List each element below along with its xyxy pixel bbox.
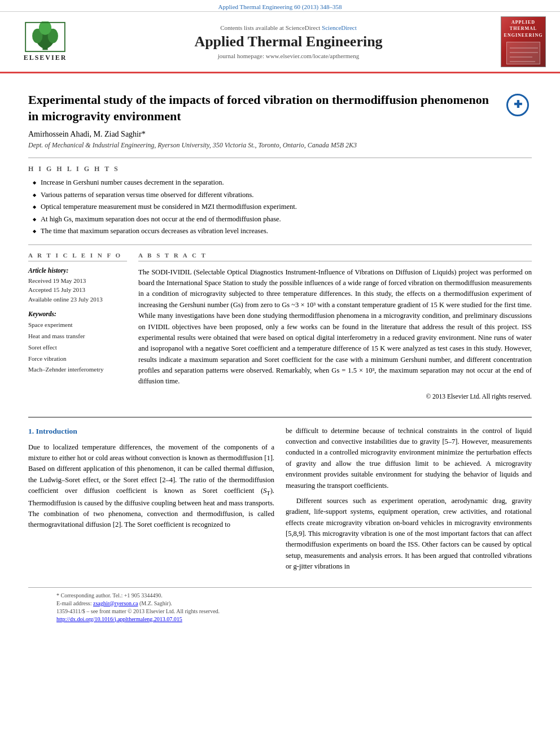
highlights-list: Increase in Gershuni number causes decre… bbox=[28, 178, 532, 237]
abstract-column: A B S T R A C T The SODI-IVIDIL (Selecta… bbox=[138, 252, 532, 405]
keyword-item: Soret effect bbox=[28, 342, 127, 353]
footnote-star: * Corresponding author. Tel.: +1 905 334… bbox=[56, 592, 504, 599]
journal-header-center: Contents lists available at ScienceDirec… bbox=[85, 24, 492, 59]
top-journal-ref: Applied Thermal Engineering 60 (2013) 34… bbox=[0, 0, 560, 12]
highlight-item: The time that maximum separation occurs … bbox=[34, 226, 532, 237]
copyright-line: © 2013 Elsevier Ltd. All rights reserved… bbox=[138, 392, 532, 402]
article-meta-area: A R T I C L E I N F O Article history: R… bbox=[28, 244, 532, 405]
divider-1 bbox=[28, 158, 532, 158]
paper-title-text: Experimental study of the impacts of for… bbox=[28, 92, 492, 124]
footer-area: * Corresponding author. Tel.: +1 905 334… bbox=[28, 587, 532, 625]
sciencedirect-line: Contents lists available at ScienceDirec… bbox=[85, 24, 492, 31]
affiliation-line: Dept. of Mechanical & Industrial Enginee… bbox=[28, 141, 532, 150]
abstract-para: The SODI-IVIDIL (Selectable Optical Diag… bbox=[138, 267, 532, 387]
sciencedirect-link[interactable]: ScienceDirect bbox=[322, 24, 357, 31]
paper-title-area: Experimental study of the impacts of for… bbox=[28, 92, 532, 124]
highlight-item: At high Gs, maximum separation does not … bbox=[34, 215, 532, 225]
keyword-item: Heat and mass transfer bbox=[28, 331, 127, 342]
intro-left-text: Due to localized temperature differences… bbox=[28, 442, 274, 531]
received-date: Received 19 May 2013 bbox=[28, 276, 127, 286]
online-date: Available online 23 July 2013 bbox=[28, 295, 127, 304]
body-left-col: 1. Introduction Due to localized tempera… bbox=[28, 426, 274, 577]
journal-homepage: journal homepage: www.elsevier.com/locat… bbox=[85, 53, 492, 59]
article-info-column: A R T I C L E I N F O Article history: R… bbox=[28, 252, 127, 405]
main-content: Experimental study of the impacts of for… bbox=[0, 73, 560, 634]
section-heading: 1. Introduction bbox=[28, 426, 274, 438]
highlight-item: Increase in Gershuni number causes decre… bbox=[34, 178, 532, 188]
journal-title: Applied Thermal Engineering bbox=[85, 33, 492, 50]
keyword-item: Mach–Zehnder interferometry bbox=[28, 364, 127, 375]
highlight-item: Optical temperature measurement must be … bbox=[34, 202, 532, 212]
highlight-item: Various patterns of separation versus ti… bbox=[34, 190, 532, 200]
highlights-section: H I G H L I G H T S Increase in Gershuni… bbox=[28, 165, 532, 237]
keywords-label: Keywords: bbox=[28, 311, 127, 317]
journal-header: ELSEVIER Contents lists available at Sci… bbox=[0, 12, 560, 73]
elsevier-logo: ELSEVIER bbox=[23, 21, 68, 62]
journal-header-right: APPLIEDTHERMALENGINEERING bbox=[498, 16, 549, 67]
authors-line: Amirhossein Ahadi, M. Ziad Saghir* bbox=[28, 130, 532, 139]
elsevier-tree-icon bbox=[23, 21, 68, 53]
abstract-title: A B S T R A C T bbox=[138, 252, 532, 261]
article-info-title: A R T I C L E I N F O bbox=[28, 252, 127, 261]
body-right-col: be difficult to determine because of tec… bbox=[286, 426, 532, 577]
footnote-issn: 1359-4311/$ – see front matter © 2013 El… bbox=[56, 608, 504, 614]
footnote-email: E-mail address: zsaghir@ryerson.ca (M.Z.… bbox=[56, 600, 504, 606]
abstract-body: The SODI-IVIDIL (Selectable Optical Diag… bbox=[138, 267, 532, 402]
email-link[interactable]: zsaghir@ryerson.ca bbox=[93, 600, 138, 606]
keyword-item: Force vibration bbox=[28, 353, 127, 365]
body-section: 1. Introduction Due to localized tempera… bbox=[28, 417, 532, 577]
article-history-label: Article history: bbox=[28, 267, 127, 274]
keywords-list: Space experiment Heat and mass transfer … bbox=[28, 320, 127, 375]
intro-right-text: be difficult to determine because of tec… bbox=[286, 426, 532, 573]
crossmark-badge: ✚ bbox=[504, 92, 532, 117]
crossmark-icon: ✚ bbox=[506, 94, 529, 116]
footnote-doi[interactable]: http://dx.doi.org/10.1016/j.applthermale… bbox=[56, 616, 504, 622]
highlights-title: H I G H L I G H T S bbox=[28, 165, 532, 173]
article-history: Article history: Received 19 May 2013 Ac… bbox=[28, 267, 127, 304]
keyword-item: Space experiment bbox=[28, 320, 127, 331]
journal-cover: APPLIEDTHERMALENGINEERING bbox=[501, 16, 546, 67]
journal-header-left: ELSEVIER bbox=[11, 21, 79, 62]
keywords-area: Keywords: Space experiment Heat and mass… bbox=[28, 311, 127, 375]
accepted-date: Accepted 15 July 2013 bbox=[28, 285, 127, 295]
